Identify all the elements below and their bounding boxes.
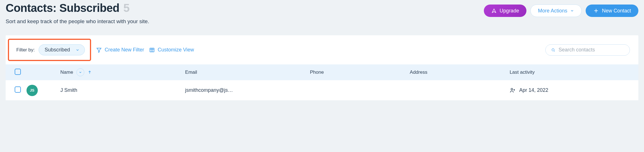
col-address-label[interactable]: Address <box>410 70 510 75</box>
col-phone-label[interactable]: Phone <box>310 70 410 75</box>
cell-name: J Smith <box>60 87 185 93</box>
upgrade-label: Upgrade <box>500 8 519 14</box>
filter-highlight: Filter by: Subscribed <box>8 39 91 61</box>
search-icon <box>551 47 555 53</box>
svg-point-7 <box>552 49 554 51</box>
columns-icon <box>149 47 155 53</box>
col-email-label[interactable]: Email <box>185 70 310 75</box>
avatar: JS <box>27 85 38 96</box>
new-contact-button[interactable]: New Contact <box>586 5 638 17</box>
table-row[interactable]: JS J Smith jsmithcompany@js… Apr 14, 202… <box>6 80 638 101</box>
search-box[interactable] <box>545 44 630 56</box>
chevron-down-icon <box>570 9 574 13</box>
table-header: Name Email Phone Address Last activity <box>6 64 638 80</box>
create-new-filter-button[interactable]: Create New Filter <box>96 47 144 53</box>
create-new-filter-label: Create New Filter <box>105 47 144 53</box>
row-checkbox[interactable] <box>15 86 21 93</box>
page-subtitle: Sort and keep track of the people who in… <box>6 18 149 25</box>
funnel-icon <box>96 47 102 53</box>
sort-dropdown-button[interactable] <box>76 68 84 76</box>
upgrade-button[interactable]: Upgrade <box>484 5 526 17</box>
customize-view-button[interactable]: Customize View <box>149 47 194 53</box>
page-title: Contacts: Subscribed <box>6 2 119 14</box>
cell-last-activity: Apr 14, 2022 <box>519 87 548 93</box>
active-filter-value: Subscribed <box>45 47 70 53</box>
plus-icon <box>593 8 599 14</box>
chevron-down-icon <box>76 48 80 52</box>
upgrade-icon <box>491 8 497 14</box>
filter-by-label: Filter by: <box>16 47 35 53</box>
svg-rect-3 <box>150 48 154 52</box>
col-last-activity-label[interactable]: Last activity <box>510 70 634 75</box>
svg-point-10 <box>511 88 513 90</box>
filter-dropdown[interactable]: Subscribed <box>39 44 85 55</box>
chevron-down-icon <box>79 71 82 74</box>
cell-email: jsmithcompany@js… <box>185 87 310 93</box>
select-all-checkbox[interactable] <box>15 69 21 75</box>
customize-view-label: Customize View <box>158 47 194 53</box>
new-contact-label: New Contact <box>602 8 631 14</box>
search-input[interactable] <box>559 47 624 53</box>
svg-marker-2 <box>97 48 101 52</box>
person-activity-icon <box>510 87 516 94</box>
contact-count: 5 <box>123 2 129 14</box>
svg-line-8 <box>554 51 555 51</box>
more-actions-button[interactable]: More Actions <box>530 5 582 17</box>
col-name-label[interactable]: Name <box>60 70 73 75</box>
sort-asc-icon[interactable] <box>88 70 92 74</box>
more-actions-label: More Actions <box>538 8 567 14</box>
